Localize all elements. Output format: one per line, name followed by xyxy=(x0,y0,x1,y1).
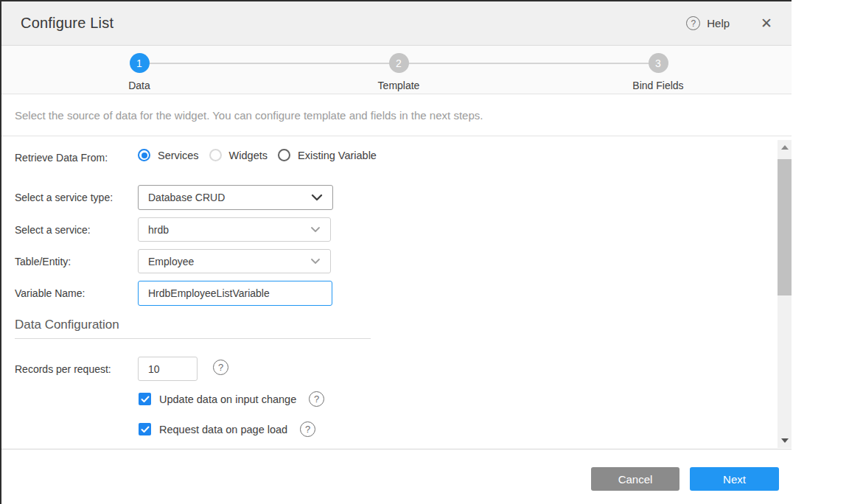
radio-services[interactable]: Services xyxy=(138,149,199,161)
help-question-icon: ? xyxy=(300,421,315,437)
radio-widgets-label: Widgets xyxy=(229,150,268,161)
table-entity-value: Employee xyxy=(139,256,310,267)
chevron-down-icon xyxy=(311,194,323,201)
description-text: Select the source of data for the widget… xyxy=(15,109,483,122)
help-label: Help xyxy=(707,17,730,29)
request-data-help-button[interactable]: ? xyxy=(300,421,315,437)
variable-name-value: HrdbEmployeeListVariable xyxy=(139,287,332,299)
update-data-help-button[interactable]: ? xyxy=(309,391,324,407)
step-1-label: Data xyxy=(88,80,191,91)
help-question-icon: ? xyxy=(213,360,228,375)
radio-unselected-icon xyxy=(209,149,222,161)
chevron-down-icon xyxy=(310,258,321,265)
chevron-down-icon xyxy=(310,226,321,233)
table-entity-label: Table/Entity: xyxy=(15,256,71,267)
scrollbar-down-arrow-icon[interactable] xyxy=(778,433,792,448)
radio-unselected-icon xyxy=(278,149,290,161)
checkbox-checked-icon[interactable] xyxy=(139,423,151,435)
cancel-button[interactable]: Cancel xyxy=(591,467,679,491)
service-dropdown[interactable]: hrdb xyxy=(138,217,331,242)
step-1-circle: 1 xyxy=(130,53,150,73)
radio-widgets[interactable]: Widgets xyxy=(209,149,268,161)
service-label: Select a service: xyxy=(15,224,91,236)
retrieve-data-radio-group: Services Widgets Existing Variable xyxy=(138,149,377,161)
records-per-request-value: 10 xyxy=(139,363,197,375)
request-data-checkbox-row: Request data on page load ? xyxy=(139,421,315,437)
service-type-label: Select a service type: xyxy=(15,192,113,203)
scrollbar-thumb[interactable] xyxy=(778,159,792,295)
service-type-value: Database CRUD xyxy=(139,192,311,203)
dialog-title: Configure List xyxy=(21,15,113,32)
step-2-circle: 2 xyxy=(389,53,409,73)
checkbox-checked-icon[interactable] xyxy=(139,393,151,405)
retrieve-data-label: Retrieve Data From: xyxy=(15,152,108,164)
step-bind-fields[interactable]: 3 Bind Fields xyxy=(607,53,710,91)
wizard-stepper: 1 Data 2 Template 3 Bind Fields xyxy=(1,46,792,94)
variable-name-input[interactable]: HrdbEmployeeListVariable xyxy=(138,281,332,306)
dialog-footer: Cancel Next xyxy=(1,449,792,503)
update-data-checkbox-label: Update data on input change xyxy=(159,393,296,405)
help-question-icon: ? xyxy=(309,391,324,407)
data-configuration-heading: Data Configuration xyxy=(15,318,119,332)
variable-name-label: Variable Name: xyxy=(15,287,85,299)
records-help-button[interactable]: ? xyxy=(213,360,228,375)
radio-existing-variable[interactable]: Existing Variable xyxy=(278,149,377,161)
dialog-header: Configure List ? Help ✕ xyxy=(1,1,792,46)
scrollbar-up-arrow-icon[interactable] xyxy=(778,140,792,155)
radio-services-label: Services xyxy=(158,150,199,161)
description-bar: Select the source of data for the widget… xyxy=(1,94,792,136)
close-icon[interactable]: ✕ xyxy=(761,16,772,30)
next-button[interactable]: Next xyxy=(690,467,779,491)
step-3-circle: 3 xyxy=(649,53,668,73)
help-button[interactable]: ? Help xyxy=(686,16,730,30)
records-per-request-input[interactable]: 10 xyxy=(138,357,198,381)
radio-existing-variable-label: Existing Variable xyxy=(298,150,377,161)
records-per-request-label: Records per request: xyxy=(15,363,111,375)
update-data-checkbox-row: Update data on input change ? xyxy=(139,391,324,407)
form-content: Retrieve Data From: Services Widgets Exi… xyxy=(1,136,792,449)
step-2-label: Template xyxy=(347,80,450,91)
radio-selected-icon xyxy=(138,149,150,161)
step-3-label: Bind Fields xyxy=(607,80,710,91)
vertical-scrollbar[interactable] xyxy=(778,140,792,448)
section-divider xyxy=(15,338,371,339)
request-data-checkbox-label: Request data on page load xyxy=(159,424,287,435)
step-data[interactable]: 1 Data xyxy=(88,53,191,91)
table-entity-dropdown[interactable]: Employee xyxy=(138,249,331,273)
service-type-dropdown[interactable]: Database CRUD xyxy=(138,185,333,210)
step-template[interactable]: 2 Template xyxy=(347,53,450,91)
help-question-icon: ? xyxy=(686,16,700,30)
configure-list-dialog: Configure List ? Help ✕ 1 Data 2 Templat… xyxy=(0,0,792,504)
service-value: hrdb xyxy=(139,224,310,236)
